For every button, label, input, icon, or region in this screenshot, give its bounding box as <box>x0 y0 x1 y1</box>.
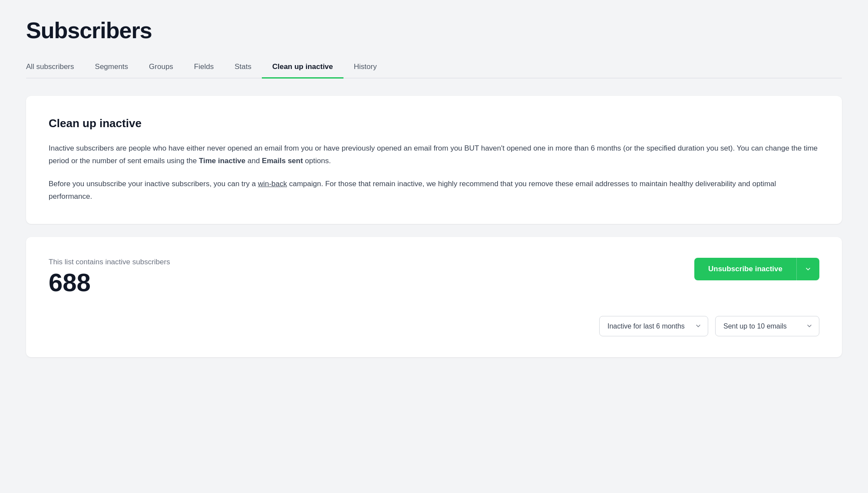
info-card-title: Clean up inactive <box>49 117 819 130</box>
unsubscribe-button-group: Unsubscribe inactive <box>694 258 819 280</box>
info-card-paragraph1: Inactive subscribers are people who have… <box>49 142 819 168</box>
tab-stats[interactable]: Stats <box>224 56 262 79</box>
stats-label: This list contains inactive subscribers <box>49 258 170 266</box>
page-title: Subscribers <box>26 17 842 43</box>
tab-groups[interactable]: Groups <box>139 56 184 79</box>
info-card-p1-bold1: Time inactive <box>199 157 245 165</box>
info-card-p1-end: options. <box>303 157 331 165</box>
inactive-period-filter[interactable]: Inactive for last 3 months Inactive for … <box>599 316 708 336</box>
tab-fields[interactable]: Fields <box>184 56 224 79</box>
unsubscribe-inactive-button[interactable]: Unsubscribe inactive <box>694 258 796 280</box>
tab-all-subscribers[interactable]: All subscribers <box>26 56 85 79</box>
info-card-p1-part1: Inactive subscribers are people who have… <box>49 144 818 165</box>
stats-top-row: This list contains inactive subscribers … <box>49 258 819 295</box>
filter-row: Inactive for last 3 months Inactive for … <box>49 316 819 336</box>
info-card-p2-part1: Before you unsubscribe your inactive sub… <box>49 180 258 188</box>
stats-card: This list contains inactive subscribers … <box>26 237 842 357</box>
info-card-paragraph2: Before you unsubscribe your inactive sub… <box>49 178 819 203</box>
chevron-down-icon <box>805 266 812 273</box>
emails-sent-filter[interactable]: Sent up to 5 emails Sent up to 10 emails… <box>715 316 819 336</box>
page-container: Subscribers All subscribers Segments Gro… <box>0 0 868 375</box>
tab-history[interactable]: History <box>343 56 387 79</box>
tab-segments[interactable]: Segments <box>85 56 139 79</box>
win-back-link[interactable]: win-back <box>258 180 287 188</box>
stats-left: This list contains inactive subscribers … <box>49 258 170 295</box>
tab-clean-up-inactive[interactable]: Clean up inactive <box>262 56 343 79</box>
info-card: Clean up inactive Inactive subscribers a… <box>26 96 842 224</box>
inactive-count: 688 <box>49 270 170 295</box>
info-card-p1-mid: and <box>245 157 262 165</box>
tabs-nav: All subscribers Segments Groups Fields S… <box>26 56 842 79</box>
unsubscribe-dropdown-button[interactable] <box>796 258 819 280</box>
info-card-p1-bold2: Emails sent <box>262 157 303 165</box>
